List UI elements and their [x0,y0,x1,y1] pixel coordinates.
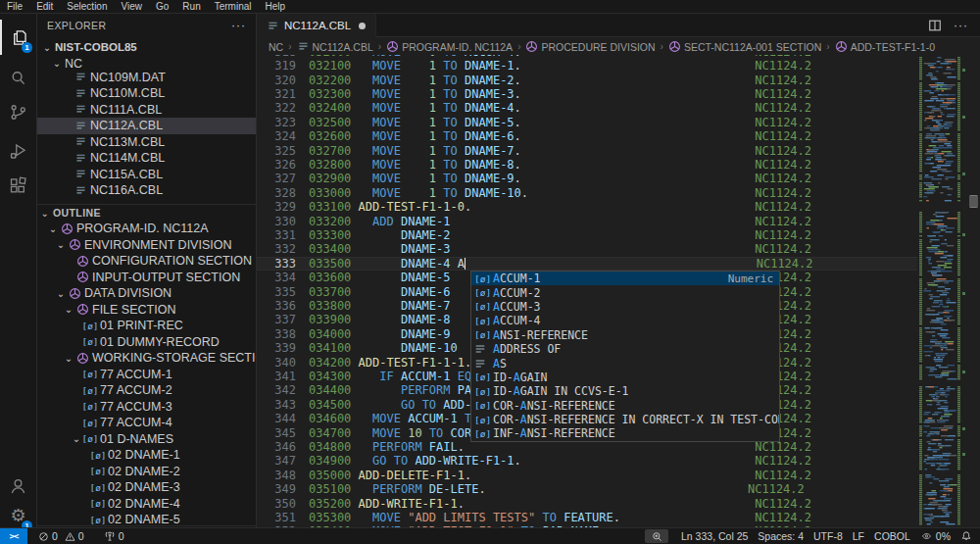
suggestion-accum-4[interactable]: [ø]ACCUM-4 [471,314,779,327]
code-line-351[interactable]: 351035300 MOVE "ADD LIMITS TESTS" TO FEA… [257,511,917,524]
outline-item-input-output-section[interactable]: INPUT-OUTPUT SECTION [37,270,256,286]
minimap[interactable] [917,55,962,527]
suggestion-as[interactable]: AS [471,356,779,370]
breadcrumb-procedure-division[interactable]: PROCEDURE DIVISION [525,40,655,53]
code-line-333[interactable]: 333033500 DNAME-4 A NC1124.2 [257,257,917,271]
outline-item-02-dname-3[interactable]: [ø]02 DNAME-3 [37,479,256,496]
suggestion-accum-3[interactable]: [ø]ACCUM-3 [471,300,779,314]
outline-item-02-dname-4[interactable]: [ø]02 DNAME-4 [37,496,256,513]
menu-terminal[interactable]: Terminal [208,0,259,13]
menu-go[interactable]: Go [149,0,175,13]
scrollbar-handle[interactable] [969,195,978,208]
breadcrumb-add-test-f1-1-0[interactable]: ADD-TEST-F1-1-0 [835,40,935,53]
file-tree-item-nc112a.cbl[interactable]: NC112A.CBL [37,118,256,134]
code-line-325[interactable]: 325032700 MOVE 1 TO DNAME-7. NC1124.2 [257,144,917,158]
language-mode[interactable]: COBOL [869,528,915,544]
split-editor-icon[interactable] [928,19,942,32]
extensions-icon[interactable] [0,168,36,203]
code-line-348[interactable]: 348035000 ADD-DELETE-F1-1. NC1124.2 [257,469,917,482]
outline-item-01-dummy-record[interactable]: [ø]01 DUMMY-RECORD [37,334,256,351]
editor-more-actions-icon[interactable]: ··· [954,19,968,32]
code-line-331[interactable]: 331033300 DNAME-2 NC1124.2 [257,228,917,242]
code-line-322[interactable]: 322032400 MOVE 1 TO DNAME-4. NC1124.2 [257,101,917,115]
menu-selection[interactable]: Selection [60,0,114,13]
explorer-icon[interactable]: 1 [0,20,36,55]
suggestion-accum-2[interactable]: [ø]ACCUM-2 [471,285,779,299]
suggestion-address-of[interactable]: ADDRESS OF [471,342,779,356]
outline-item-77-accum-3[interactable]: [ø]77 ACCUM-3 [37,399,256,416]
outline-item-configuration-section[interactable]: CONFIGURATION SECTION [37,253,256,270]
file-tree-item-nist-cobol85[interactable]: ⌄NIST-COBOL85 [37,39,256,56]
outline-item-77-accum-1[interactable]: [ø]77 ACCUM-1 [37,367,256,383]
search-icon[interactable] [0,60,36,95]
screencast-indicator[interactable]: 0% [915,528,956,544]
suggestion-accum-1[interactable]: [ø]ACCUM-1Numeric [471,272,779,285]
suggestion-cor-ansi-reference[interactable]: [ø]COR-ANSI-REFERENCE [471,399,779,413]
code-line-329[interactable]: 329033100 ADD-TEST-F1-1-0. NC1124.2 [257,200,917,214]
keyword-symbol-icon [474,343,486,355]
outline-item-working-storage-section[interactable]: ⌄WORKING-STORAGE SECTION [37,350,256,367]
ports-indicator[interactable]: 0 [99,528,129,544]
code-line-349[interactable]: 349035100 PERFORM DE-LETE. NC1124.2 [257,482,917,496]
suggestion-id-again[interactable]: [ø]ID-AGAIN [471,371,779,384]
breadcrumb-sect-nc112a-001-section[interactable]: SECT-NC112A-001 SECTION [668,40,821,53]
encoding[interactable]: UTF-8 [808,528,848,544]
outline-item-01-print-rec[interactable]: [ø]01 PRINT-REC [37,318,256,334]
breadcrumb-nc[interactable]: NC [269,41,283,53]
problems-indicator[interactable]: 0 0 [33,528,89,544]
remote-indicator[interactable]: >< [0,528,27,544]
code-line-346[interactable]: 346034800 PERFORM FAIL. NC1124.2 [257,440,917,454]
code-line-319[interactable]: 319032100 MOVE 1 TO DNAME-1. NC1124.2 [257,59,917,73]
indentation[interactable]: Spaces: 4 [753,528,808,544]
cursor-position[interactable]: Ln 333, Col 25 [676,528,753,544]
file-tree-item-nc116a.cbl[interactable]: NC116A.CBL [37,182,256,199]
file-tree-item-nc113m.cbl[interactable]: NC113M.CBL [37,134,256,151]
code-line-326[interactable]: 326032800 MOVE 1 TO DNAME-8. NC1124.2 [257,158,917,172]
run-debug-icon[interactable] [0,133,36,169]
menu-view[interactable]: View [115,0,150,13]
file-tree-item-nc115a.cbl[interactable]: NC115A.CBL [37,167,256,183]
outline-item-02-dname-1[interactable]: [ø]02 DNAME-1 [37,447,256,464]
menu-edit[interactable]: Edit [29,0,60,13]
code-line-328[interactable]: 328033000 MOVE 1 TO DNAME-10. NC1124.2 [257,186,917,200]
code-line-324[interactable]: 324032600 MOVE 1 TO DNAME-6. NC1124.2 [257,129,917,143]
outline-item-02-dname-2[interactable]: [ø]02 DNAME-2 [37,464,256,480]
source-control-icon[interactable] [0,94,36,129]
file-tree-item-nc110m.cbl[interactable]: NC110M.CBL [37,85,256,102]
menu-file[interactable]: File [0,0,29,13]
suggestion-inf-ansi-reference[interactable]: [ø]INF-ANSI-REFERENCE [471,426,779,440]
tab-modified-dot[interactable] [359,23,366,29]
outline-item-file-section[interactable]: ⌄FILE SECTION [37,302,256,319]
code-line-347[interactable]: 347034900 GO TO ADD-WRITE-F1-1. NC1124.2 [257,454,917,468]
outline-item-77-accum-4[interactable]: [ø]77 ACCUM-4 [37,415,256,431]
suggestion-cor-ansi-reference-in-correct-x-in-test-corr-[interactable]: [ø]COR-ANSI-REFERENCE IN CORRECT-X IN TE… [471,413,779,426]
code-line-323[interactable]: 323032500 MOVE 1 TO DNAME-5. NC1124.2 [257,116,917,129]
outline-item-02-dname-5[interactable]: [ø]02 DNAME-5 [37,512,256,525]
explorer-more-actions-icon[interactable]: ··· [231,19,246,32]
zoom-indicator[interactable] [645,529,668,543]
suggestion-ansi-reference[interactable]: [ø]ANSI-REFERENCE [471,328,779,342]
code-line-330[interactable]: 330033200 ADD DNAME-1 NC1124.2 [257,215,917,228]
outline-item-data-division[interactable]: ⌄DATA DIVISION [37,285,256,302]
menu-help[interactable]: Help [259,0,293,13]
outline-item-environment-division[interactable]: ⌄ENVIRONMENT DIVISION [37,237,256,254]
outline-item-program-id-nc112a[interactable]: ⌄PROGRAM-ID. NC112A [37,221,256,237]
code-line-350[interactable]: 350035200 ADD-WRITE-F1-1. NC1124.2 [257,497,917,511]
suggestion-id-again-in-ccvs-e-1[interactable]: [ø]ID-AGAIN IN CCVS-E-1 [471,384,779,398]
code-line-320[interactable]: 320032200 MOVE 1 TO DNAME-2. NC1124.2 [257,74,917,87]
outline-item-77-accum-2[interactable]: [ø]77 ACCUM-2 [37,382,256,399]
outline-item-01-d-names[interactable]: ⌄[ø]01 D-NAMES [37,431,256,448]
breadcrumb-program-id-nc112a[interactable]: PROGRAM-ID. NC112A [386,40,513,53]
file-tree-item-nc114m.cbl[interactable]: NC114M.CBL [37,150,256,167]
outline-section-header[interactable]: ⌄OUTLINE [37,204,256,221]
code-line-321[interactable]: 321032300 MOVE 1 TO DNAME-3. NC1124.2 [257,87,917,101]
code-line-332[interactable]: 332033400 DNAME-3 NC1124.2 [257,242,917,256]
file-tree-item-nc109m.dat[interactable]: NC109M.DAT [37,70,256,86]
eol-sequence[interactable]: LF [848,528,869,544]
tab-nc112a[interactable]: NC112A.CBL [257,14,376,37]
menu-run[interactable]: Run [175,0,207,13]
code-line-327[interactable]: 327032900 MOVE 1 TO DNAME-9. NC1124.2 [257,172,917,185]
breadcrumb-nc112a-cbl[interactable]: NC112A.CBL [297,40,373,53]
file-tree-item-nc111a.cbl[interactable]: NC111A.CBL [37,102,256,119]
notifications-bell-icon[interactable] [956,528,980,544]
